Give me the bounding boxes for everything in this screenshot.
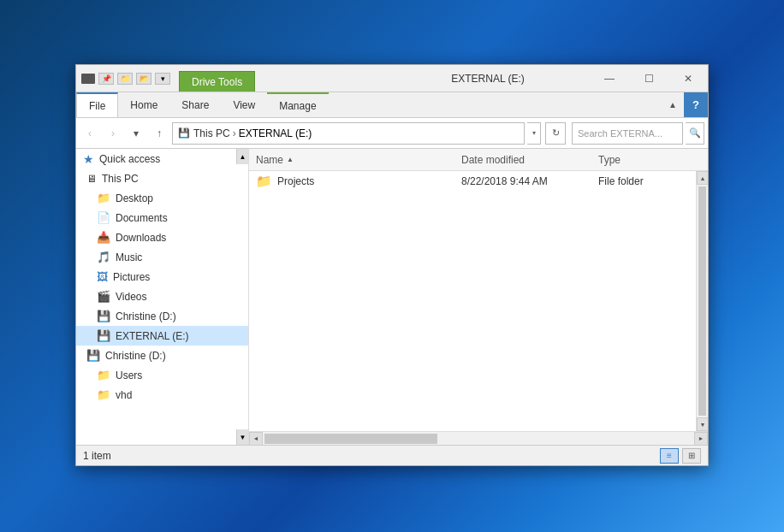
videos-label: Videos [116, 291, 146, 303]
address-bar: ‹ › ▾ ↑ 💾 This PC › EXTERNAL (E:) ▾ ↻ Se… [76, 118, 708, 149]
sidebar-item-desktop[interactable]: 📁 Desktop [76, 188, 248, 208]
maximize-button[interactable]: ☐ [629, 65, 668, 92]
sidebar-item-documents[interactable]: 📄 Documents [76, 208, 248, 228]
window-title: EXTERNAL (E:) [386, 65, 590, 92]
scroll-down-btn[interactable]: ▼ [697, 417, 708, 431]
sidebar-item-pictures[interactable]: 🖼 Pictures [76, 267, 248, 287]
quick-access-label: Quick access [99, 153, 160, 165]
horizontal-scrollbar-area: ◄ ► [249, 431, 708, 445]
ribbon-tab-manage[interactable]: Manage [267, 92, 328, 117]
breadcrumb-sep: › [233, 127, 236, 139]
search-box[interactable]: Search EXTERNA... [572, 122, 683, 145]
sidebar: ▲ ★ Quick access 🖥 This PC 📁 Desktop 📄 D… [76, 149, 249, 445]
explorer-window: 📌 📁 📂 ▾ Drive Tools EXTERNAL (E:) — ☐ ✕ … [75, 64, 709, 466]
breadcrumb-current[interactable]: EXTERNAL (E:) [239, 127, 312, 139]
title-bar-left: 📌 📁 📂 ▾ [76, 65, 175, 92]
h-scroll-thumb [264, 434, 437, 444]
sidebar-item-music[interactable]: 🎵 Music [76, 247, 248, 267]
quick-access-btn[interactable]: 📌 [98, 73, 114, 85]
file-name-cell: 📁 Projects [256, 174, 461, 189]
minimize-button[interactable]: — [590, 65, 629, 92]
help-button[interactable]: ? [684, 92, 708, 117]
col-header-date[interactable]: Date modified [461, 154, 598, 166]
sidebar-item-vhd[interactable]: 📁 vhd [76, 385, 248, 405]
ribbon-tab-home[interactable]: Home [118, 92, 169, 117]
ribbon-tab-file[interactable]: File [76, 92, 118, 117]
music-label: Music [116, 251, 142, 263]
file-pane: Name ▲ Date modified Type 📁 Projects 8/2… [249, 149, 708, 445]
christine-d-icon: 💾 [97, 310, 110, 322]
view-details-btn[interactable]: ≡ [660, 448, 679, 464]
file-type-cell: File folder [598, 175, 689, 187]
sidebar-scroll-up[interactable]: ▲ [236, 149, 248, 164]
ribbon-tab-view[interactable]: View [221, 92, 267, 117]
this-pc-icon: 🖥 [86, 173, 97, 185]
col-header-type[interactable]: Type [598, 154, 701, 166]
address-dropdown-btn[interactable]: ▾ [527, 122, 541, 145]
quick-access-icon: ★ [83, 152, 94, 166]
external-e-label: EXTERNAL (E:) [116, 330, 189, 342]
close-button[interactable]: ✕ [668, 65, 708, 92]
folder-icon: 📁 [256, 174, 272, 189]
file-date-cell: 8/22/2018 9:44 AM [461, 175, 598, 187]
breadcrumb-this-pc[interactable]: This PC [193, 127, 230, 139]
pane-with-scroll: 📁 Projects 8/22/2018 9:44 AM File folder… [249, 171, 708, 431]
sidebar-item-this-pc[interactable]: 🖥 This PC [76, 169, 248, 188]
folder-up-btn[interactable]: 📂 [136, 73, 151, 85]
h-scroll-right-btn[interactable]: ► [694, 432, 708, 446]
documents-icon: 📄 [97, 211, 110, 224]
ribbon-collapse-btn[interactable]: ▲ [662, 92, 684, 117]
sidebar-item-christine-d[interactable]: 💾 Christine (D:) [76, 306, 248, 326]
pictures-icon: 🖼 [97, 270, 108, 283]
christine-d2-icon: 💾 [86, 349, 100, 362]
ribbon-tab-share[interactable]: Share [169, 92, 221, 117]
forward-button[interactable]: › [103, 123, 123, 144]
desktop-icon: 📁 [97, 192, 110, 204]
sidebar-item-users[interactable]: 📁 Users [76, 365, 248, 385]
drive-icon: 💾 [178, 127, 190, 139]
customize-btn[interactable]: ▾ [155, 73, 170, 85]
h-scroll-track[interactable] [263, 432, 694, 445]
this-pc-label: This PC [102, 173, 139, 185]
sidebar-item-videos[interactable]: 🎬 Videos [76, 287, 248, 306]
status-bar: 1 item ≡ ⊞ [76, 445, 708, 465]
file-header: Name ▲ Date modified Type [249, 149, 708, 171]
table-row[interactable]: 📁 Projects 8/22/2018 9:44 AM File folder [249, 171, 696, 192]
christine-d-label: Christine (D:) [116, 310, 176, 322]
tab-drive-tools[interactable]: Drive Tools [179, 71, 255, 92]
address-box[interactable]: 💾 This PC › EXTERNAL (E:) [172, 122, 525, 145]
vhd-label: vhd [116, 389, 132, 401]
file-list: 📁 Projects 8/22/2018 9:44 AM File folder [249, 171, 696, 431]
search-button[interactable]: 🔍 [686, 122, 704, 145]
refresh-button[interactable]: ↻ [545, 122, 566, 145]
pictures-label: Pictures [113, 271, 150, 283]
sidebar-scroll-down[interactable]: ▼ [236, 429, 248, 445]
sort-arrow: ▲ [287, 156, 294, 163]
recent-locations-button[interactable]: ▾ [126, 123, 146, 144]
vertical-scrollbar[interactable]: ▲ ▼ [696, 171, 708, 431]
users-label: Users [116, 369, 142, 381]
search-placeholder: Search EXTERNA... [578, 128, 662, 139]
music-icon: 🎵 [97, 251, 110, 263]
title-bar-tabs: Drive Tools [175, 65, 386, 92]
sidebar-item-christine-d2[interactable]: 💾 Christine (D:) [76, 346, 248, 365]
users-folder-icon: 📁 [97, 369, 110, 381]
h-scroll-left-btn[interactable]: ◄ [249, 432, 263, 446]
title-bar: 📌 📁 📂 ▾ Drive Tools EXTERNAL (E:) — ☐ ✕ [76, 65, 708, 92]
window-icon [81, 74, 95, 84]
sidebar-item-downloads[interactable]: 📥 Downloads [76, 228, 248, 247]
new-folder-btn[interactable]: 📁 [117, 73, 133, 85]
external-e-icon: 💾 [97, 329, 110, 342]
title-bar-controls: — ☐ ✕ [590, 65, 708, 92]
scroll-thumb[interactable] [698, 186, 706, 416]
up-button[interactable]: ↑ [149, 123, 169, 144]
scroll-up-btn[interactable]: ▲ [697, 171, 708, 185]
sidebar-item-external-e[interactable]: 💾 EXTERNAL (E:) [76, 326, 248, 346]
desktop-label: Desktop [116, 192, 153, 204]
view-tiles-btn[interactable]: ⊞ [682, 448, 701, 464]
col-header-name[interactable]: Name ▲ [256, 154, 461, 166]
sidebar-item-quick-access[interactable]: ★ Quick access [76, 149, 248, 169]
back-button[interactable]: ‹ [80, 123, 100, 144]
downloads-label: Downloads [116, 232, 166, 244]
item-count: 1 item [83, 450, 111, 462]
